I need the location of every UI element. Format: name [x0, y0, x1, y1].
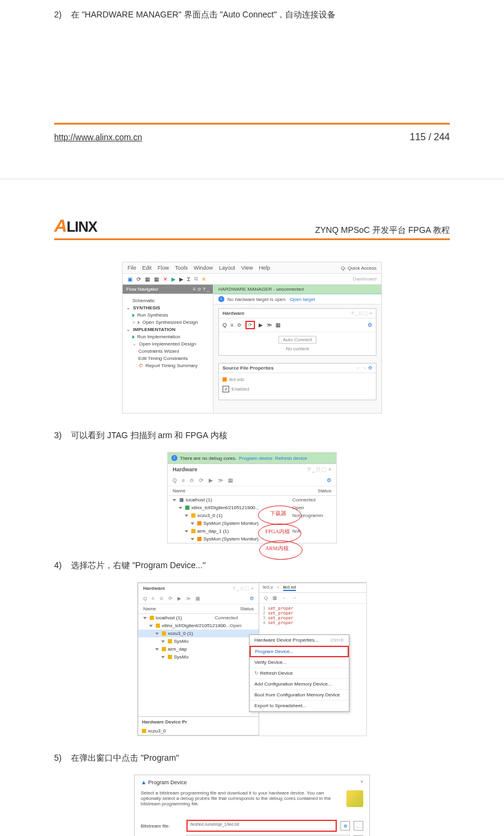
nav-item[interactable]: ⌄ Open Implemented Design — [126, 341, 209, 347]
menubar: File Edit Flow Tools Window Layout View … — [123, 262, 381, 274]
step-2: 2) 在 "HARDWARE MANAGER" 界面点击 "Auto Conne… — [54, 10, 450, 20]
tab-ledv[interactable]: led.v — [263, 584, 273, 591]
table-row[interactable]: xilinx_tcf/Digilent/2105121800...Open — [168, 504, 336, 512]
doc-subtitle: ZYNQ MPSoC 开发平台 FPGA 教程 — [315, 225, 450, 236]
page-1: 2) 在 "HARDWARE MANAGER" 界面点击 "Auto Conne… — [0, 0, 504, 155]
nav-item[interactable]: Run Implementation — [126, 334, 209, 339]
page-header: ALINX ZYNQ MPSoC 开发平台 FPGA 教程 — [54, 215, 450, 240]
info-banner: i No hardware target is open. Open targe… — [214, 294, 381, 305]
screenshot-jtag-scan: i There are no debug cores. Program devi… — [167, 452, 337, 543]
dialog-title: Program Device — [148, 779, 187, 785]
table-row[interactable]: SysMon (System Monitor) — [168, 535, 336, 543]
screenshot-program-dialog: ▲ Program Device × Select a bitstream pr… — [134, 775, 370, 836]
table-row[interactable]: xczu3_0 (1) — [138, 630, 259, 637]
flow-navigator: Flow Navigator≡ ≎ ? _ Schematic⌄ SYNTHES… — [123, 285, 214, 413]
search-icon[interactable]: Q — [223, 322, 227, 328]
clear-icon[interactable]: ⊗ — [340, 821, 350, 831]
step-number: 2) — [54, 10, 71, 20]
step-5: 5) 在弹出窗口中点击 "Program" — [54, 753, 450, 764]
xilinx-logo — [346, 790, 363, 807]
screenshot-vivado-hwmanager: File Edit Flow Tools Window Layout View … — [122, 262, 382, 413]
browse-icon[interactable]: … — [354, 821, 363, 831]
nav-item[interactable]: ⏱ Report Timing Summary — [126, 363, 209, 368]
open-target-link[interactable]: Open target — [290, 297, 315, 302]
menu-item[interactable]: Add Configuration Memory Device... — [250, 679, 349, 690]
step-3: 3) 可以看到 JTAG 扫描到 arm 和 FPGA 内核 — [54, 430, 450, 441]
close-icon[interactable]: × — [360, 779, 363, 785]
page-separator — [0, 179, 504, 179]
menu-file[interactable]: File — [128, 265, 137, 271]
gear-icon[interactable]: ⚙ — [367, 322, 372, 328]
table-row[interactable]: arm_dap — [138, 645, 259, 653]
menu-layout[interactable]: Layout — [219, 265, 235, 271]
program-device-link[interactable]: Program device — [239, 456, 272, 461]
auto-connect-icon[interactable]: ⟳ — [245, 321, 255, 329]
chip-icon — [142, 729, 146, 733]
menu-flow[interactable]: Flow — [158, 265, 169, 271]
quick-access[interactable]: Q- Quick Access — [341, 265, 376, 271]
menu-item[interactable]: Verify Device... — [250, 657, 349, 668]
tab-ledxdc[interactable]: led.xd — [283, 584, 296, 591]
nav-item[interactable]: Run Synthesis — [126, 312, 209, 318]
info-icon: i — [218, 296, 224, 302]
table-row[interactable]: arm_dap_1 (1)N/A — [168, 527, 336, 535]
table-row[interactable]: SysMo — [138, 637, 259, 645]
table-row[interactable]: SysMo — [138, 653, 259, 661]
table-row[interactable]: xczu3_0 (1)Not programm — [168, 512, 336, 519]
dashboard-label[interactable]: Dashboard — [353, 276, 376, 282]
menu-item[interactable]: Boot from Configuration Memory Device — [250, 690, 349, 701]
context-menu: Hardware Device Properties...Ctrl+EProgr… — [249, 634, 349, 712]
nav-item[interactable]: Constraints Wizard — [126, 348, 209, 354]
table-row[interactable]: localhost (1)Connected — [138, 614, 259, 622]
menu-tools[interactable]: Tools — [175, 265, 188, 271]
hardware-panel: Hardware? _ □ ⬚ × Q ≡≎ ⟳ ▶≫▦ ⚙ Auto Conn… — [218, 308, 376, 356]
menu-item[interactable]: ↻ Refresh Device — [250, 668, 349, 679]
menu-help[interactable]: Help — [259, 265, 270, 271]
hw-manager-title: HARDWARE MANAGER - unconnected — [214, 285, 381, 294]
source-file-props-panel: Source File Properties← → ⚙ led.xdc ✓Ena… — [218, 363, 376, 400]
nav-item[interactable]: Schematic — [126, 298, 209, 303]
step-text: 在 "HARDWARE MANAGER" 界面点击 "Auto Connect"… — [71, 10, 450, 20]
menu-item[interactable]: Program Device... — [250, 646, 349, 657]
dialog-description: Select a bitstream programming file and … — [141, 790, 342, 807]
footer-url[interactable]: http://www.alinx.com.cn — [54, 132, 142, 142]
bitstream-label: Bitstream file: — [141, 823, 183, 829]
menu-edit[interactable]: Edit — [143, 265, 152, 271]
bitstream-input[interactable]: /led/led.runs/impl_1/led.bit — [186, 820, 337, 832]
table-row[interactable]: ▦ localhost (1)Connected — [168, 496, 336, 504]
page-footer: http://www.alinx.com.cn 115 / 244 — [54, 123, 450, 143]
table-row[interactable]: SysMon (System Monitor) — [168, 519, 336, 527]
refresh-device-link[interactable]: Refresh device — [275, 456, 307, 461]
menu-view[interactable]: View — [241, 265, 253, 271]
page-2: ALINX ZYNQ MPSoC 开发平台 FPGA 教程 File Edit … — [0, 209, 504, 836]
nav-item[interactable]: > Open Synthesized Design — [126, 320, 209, 325]
toolbar: ▣⟳▦▦ ✕ ▶▶ Σ⧉✕ Dashboard — [123, 274, 381, 285]
file-icon — [223, 377, 227, 382]
screenshot-program-device-menu: Hardware? _ □ ⬚ × Q≡≎⟳▶≫▦⚙ NameStatus lo… — [137, 582, 367, 736]
nav-item[interactable]: Edit Timing Constraints — [126, 356, 209, 361]
page-number: 115 / 244 — [410, 132, 450, 143]
menu-item[interactable]: Hardware Device Properties...Ctrl+E — [250, 635, 349, 646]
table-row[interactable]: xilinx_tcf/Digilent/2105121800...Open — [138, 622, 259, 630]
alinx-logo: ALINX — [54, 215, 97, 236]
app-icon: ▲ — [141, 779, 147, 785]
info-icon: i — [171, 455, 177, 461]
step-4: 4) 选择芯片，右键 "Program Device..." — [54, 560, 450, 571]
menu-window[interactable]: Window — [194, 265, 213, 271]
hw-device-props-title: Hardware Device Pr — [138, 716, 259, 727]
auto-connect-tooltip: Auto Connect — [278, 336, 316, 344]
menu-item[interactable]: Export to Spreadsheet... — [250, 701, 349, 711]
